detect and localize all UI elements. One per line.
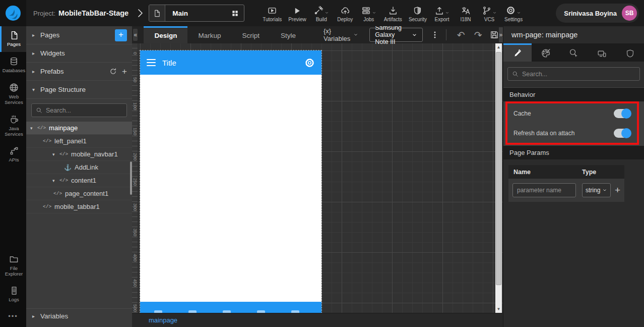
topbar-tool-export[interactable]: Export	[433, 4, 450, 22]
properties-tab-pencil[interactable]	[503, 43, 532, 62]
page-icon	[10, 31, 19, 40]
explorer-section-prefabs[interactable]: ▸Prefabs+	[26, 63, 132, 81]
section-header-page-params[interactable]: Page Params	[503, 146, 644, 159]
download-icon	[389, 6, 398, 15]
topbar-tool-jobs[interactable]: Jobs	[360, 4, 377, 22]
more-button[interactable]: •••	[0, 307, 26, 327]
properties-panel-title: wm-page: mainpage	[503, 26, 644, 43]
topbar-toolbar: TutorialsPreviewBuildDeployJobsArtifacts…	[263, 4, 523, 22]
tab-style[interactable]: Style	[270, 26, 306, 43]
mobile-tabbar-widget[interactable]	[140, 302, 321, 313]
scrollbar-thumb[interactable]	[496, 52, 501, 285]
design-canvas[interactable]: Title 050100150200250300350400450500 ▲ ▼	[132, 43, 503, 313]
refresh-icon[interactable]	[109, 68, 117, 75]
tab-design[interactable]: Design	[144, 26, 187, 43]
shield-icon	[626, 49, 634, 58]
sidebar-item-file-explorer[interactable]: File Explorer	[0, 250, 26, 282]
breadcrumb-chevron-icon	[137, 8, 144, 18]
tree-node-left-panel1[interactable]: </>left_panel1	[26, 135, 132, 148]
field-label: Cache	[513, 110, 531, 117]
tree-node-mobile-navbar1[interactable]: ▾</>mobile_navbar1	[26, 148, 132, 161]
anchor-icon: ⚓	[64, 164, 72, 171]
tree-node-mobile-tabbar1[interactable]: </>mobile_tabbar1	[26, 200, 132, 213]
tree-node-addlink[interactable]: ⚓AddLink	[26, 161, 132, 174]
explorer-section-widgets[interactable]: ▸Widgets	[26, 44, 132, 63]
code-icon: </>	[43, 204, 51, 209]
highlight-annotation-box: CacheRefresh data on attach	[505, 101, 639, 145]
project-breadcrumb: Project: MobileTabBar-Stage	[33, 9, 128, 17]
explorer-section-page-structure[interactable]: ▾Page Structure	[26, 81, 132, 99]
properties-tab-devices[interactable]	[588, 43, 616, 62]
undo-button[interactable]: ↶	[453, 30, 470, 40]
topbar-tool-settings[interactable]: Settings	[504, 4, 523, 22]
topbar-tool-deploy[interactable]: Deploy	[337, 4, 354, 22]
navbar-gear-icon[interactable]	[304, 58, 315, 68]
sidebar-item-label: APIs	[9, 157, 19, 163]
sidebar-item-label: Logs	[9, 297, 19, 303]
topbar-tool-tutorials[interactable]: Tutorials	[263, 4, 282, 22]
caret-down-icon[interactable]: ▾	[52, 178, 59, 183]
scroll-up-arrow[interactable]: ▲	[495, 43, 502, 51]
add-page-button[interactable]: +	[115, 29, 127, 41]
phone-mockup[interactable]: Title	[140, 50, 321, 313]
topbar-tool-security[interactable]: Security	[409, 4, 427, 22]
globe-icon	[9, 83, 19, 92]
properties-search-input[interactable]	[522, 71, 635, 78]
topbar-tool-build[interactable]: Build	[313, 4, 330, 22]
devices-icon	[597, 49, 607, 58]
sidebar-item-apis[interactable]: APIs	[0, 142, 26, 168]
explorer-section-pages[interactable]: ▸Pages+	[26, 26, 132, 44]
caret-down-icon[interactable]: ▾	[30, 126, 37, 131]
sidebar-section-variables[interactable]: ▸ Variables	[26, 308, 132, 323]
section-header-behavior[interactable]: Behavior	[503, 88, 644, 101]
sidebar-item-databases[interactable]: Databases	[0, 52, 26, 78]
hamburger-menu-icon[interactable]	[147, 59, 156, 66]
chevron-down-icon	[517, 11, 521, 15]
variables-dropdown[interactable]: {x} Variables	[324, 27, 358, 42]
more-options-kebab-icon[interactable]	[431, 30, 439, 39]
grid-view-icon[interactable]	[226, 10, 244, 17]
properties-tab-palette[interactable]	[532, 43, 560, 62]
tab-script[interactable]: Script	[231, 26, 270, 43]
collapse-right-panel-button[interactable]: »	[499, 27, 503, 42]
tree-node-page-content1[interactable]: </>page_content1	[26, 187, 132, 200]
caret-right-icon: ▸	[32, 50, 40, 56]
sidebar-item-logs[interactable]: Logs	[0, 282, 26, 307]
refresh-data-on-attach-toggle[interactable]	[614, 129, 631, 138]
param-type-select[interactable]: string	[582, 183, 611, 197]
sidebar-item-label: Pages	[7, 42, 21, 47]
device-select[interactable]: Samsung Galaxy Note III	[369, 28, 423, 42]
mobile-navbar-widget[interactable]: Title	[140, 50, 321, 75]
active-page-selector[interactable]: Main	[149, 5, 244, 22]
logs-icon	[10, 286, 19, 295]
cache-toggle[interactable]	[614, 109, 631, 118]
collapse-left-panel-button[interactable]: «	[133, 29, 138, 41]
add-param-button[interactable]: +	[611, 185, 624, 196]
add-icon[interactable]: +	[122, 67, 127, 77]
topbar-tool-artifacts[interactable]: Artifacts	[384, 4, 402, 22]
tab-markup[interactable]: Markup	[187, 26, 231, 43]
sidebar-item-web-services[interactable]: Web Services	[0, 78, 26, 110]
tree-node-content1[interactable]: ▾</>content1	[26, 174, 132, 187]
caret-down-icon[interactable]: ▾	[52, 152, 59, 157]
search-input[interactable]	[46, 107, 122, 114]
user-menu[interactable]: Srinivasa Boyina SB	[556, 4, 639, 23]
scroll-down-arrow[interactable]: ▼	[495, 305, 502, 313]
save-button[interactable]	[490, 30, 499, 39]
status-page-link[interactable]: mainpage	[149, 316, 177, 324]
canvas-scrollbar[interactable]: ▲ ▼	[495, 43, 502, 313]
page-structure-search	[31, 103, 127, 117]
topbar-tool-preview[interactable]: Preview	[288, 4, 306, 22]
tree-node-mainpage[interactable]: ▾</>mainpage	[26, 122, 132, 135]
app-logo[interactable]	[0, 0, 26, 26]
properties-tab-events[interactable]	[560, 43, 588, 62]
param-name-input[interactable]	[512, 183, 576, 197]
sidebar-item-java-services[interactable]: Java Services	[0, 110, 26, 142]
search-icon	[512, 71, 519, 77]
sidebar-item-pages[interactable]: Pages	[0, 26, 26, 52]
redo-button[interactable]: ↷	[470, 30, 487, 40]
properties-tab-shield[interactable]	[616, 43, 644, 62]
topbar-tool-vcs[interactable]: VCS	[481, 4, 498, 22]
tree-node-label: mobile_navbar1	[71, 150, 118, 158]
topbar-tool-i18n[interactable]: I18N	[457, 4, 474, 22]
